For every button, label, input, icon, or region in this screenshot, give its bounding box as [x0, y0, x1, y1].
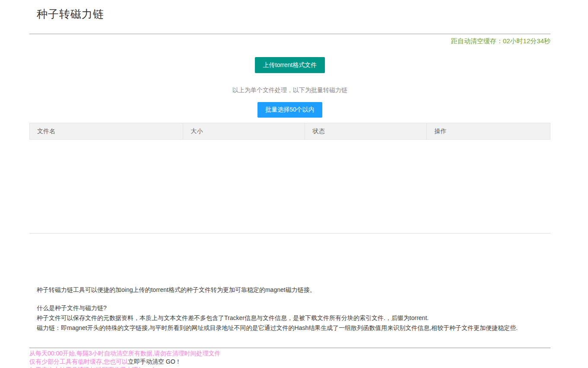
- description-spacer: [37, 295, 550, 303]
- description-block: 种子转磁力链工具可以便捷的加oing上传的torrent格式的种子文件转为更加可…: [29, 285, 550, 333]
- batch-select-button[interactable]: 批量选择50个以内: [257, 102, 322, 118]
- description-torrent-line: 种子文件可以保存文件的元数据资料，本质上与文本文件差不多包含了Tracker信息…: [37, 313, 550, 323]
- file-table-header-row: 文件名 大小 状态 操作: [30, 123, 550, 140]
- section-divider: [29, 233, 550, 234]
- column-header-action: 操作: [427, 123, 550, 140]
- file-table-header: 文件名 大小 状态 操作: [30, 123, 550, 140]
- cache-timer-value: 02小时12分34秒: [503, 37, 550, 45]
- cache-timer: 距自动清空缓存：02小时12分34秒: [29, 37, 550, 46]
- column-header-status: 状态: [305, 123, 427, 140]
- column-header-filename: 文件名: [30, 123, 183, 140]
- upload-torrent-button[interactable]: 上传torrent格式文件: [255, 57, 325, 73]
- description-magnet-line: 磁力链：即magnet开头的特殊的文字链接,与平时所看到的网址或目录地址不同的是…: [37, 323, 550, 333]
- upload-area: 上传torrent格式文件 以上为单个文件处理，以下为批量转磁力链 批量选择50…: [29, 46, 550, 118]
- footer-notice: 从每天00:00开始,每隔3小时自动清空所有数据,请勿在清理时间处理文件 仅有少…: [29, 348, 550, 368]
- footer-cache-text: 仅有少部分工具有临时缓存,您也可以: [29, 358, 128, 365]
- manual-clear-link[interactable]: 立即手动清空 GO！: [128, 358, 181, 365]
- column-header-size: 大小: [183, 123, 305, 140]
- mode-hint-text: 以上为单个文件处理，以下为批量转磁力链: [232, 86, 347, 95]
- cache-timer-label: 距自动清空缓存：: [451, 37, 503, 45]
- main-container: 种子转磁力链 距自动清空缓存：02小时12分34秒 上传torrent格式文件 …: [29, 0, 550, 368]
- title-divider: [29, 34, 550, 34]
- footer-clear-schedule: 从每天00:00开始,每隔3小时自动清空所有数据,请勿在清理时间处理文件: [29, 349, 550, 358]
- description-question: 什么是种子文件与磁力链?: [37, 303, 550, 313]
- page-title: 种子转磁力链: [29, 0, 550, 21]
- file-table-empty-body: [29, 140, 550, 233]
- footer-bookmark-line: 如果喜欢本站工具请添加进网页收藏夹哦(●◡●): [29, 366, 550, 368]
- description-intro: 种子转磁力链工具可以便捷的加oing上传的torrent格式的种子文件转为更加可…: [37, 285, 550, 295]
- file-table: 文件名 大小 状态 操作: [29, 123, 550, 140]
- footer-cache-line: 仅有少部分工具有临时缓存,您也可以立即手动清空 GO！: [29, 358, 550, 366]
- page: 种子转磁力链 距自动清空缓存：02小时12分34秒 上传torrent格式文件 …: [0, 0, 588, 368]
